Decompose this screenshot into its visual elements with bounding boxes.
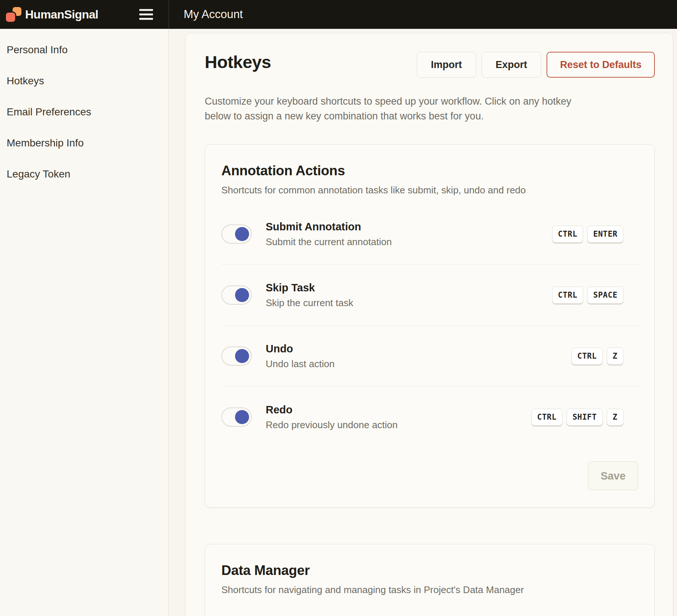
hotkey-description: Redo previously undone action: [266, 419, 398, 431]
hotkey-enabled-toggle[interactable]: [221, 346, 252, 366]
section-subtitle: Shortcuts for common annotation tasks li…: [221, 184, 638, 196]
main-content: Hotkeys Import Export Reset to Defaults …: [169, 29, 677, 616]
key-chip[interactable]: CTRL: [552, 226, 584, 243]
key-chip[interactable]: CTRL: [571, 348, 603, 365]
save-button[interactable]: Save: [588, 461, 638, 490]
hotkey-row: Redo Redo previously undone action CTRLS…: [221, 386, 638, 447]
page-header: Hotkeys Import Export Reset to Defaults: [205, 52, 655, 78]
hotkey-enabled-toggle[interactable]: [221, 285, 252, 305]
hotkey-text: Submit Annotation Submit the current ann…: [266, 220, 392, 248]
hotkeys-panel: Hotkeys Import Export Reset to Defaults …: [185, 33, 673, 616]
hotkey-row: Submit Annotation Submit the current ann…: [221, 204, 638, 264]
sidebar-item-membership-info[interactable]: Membership Info: [7, 137, 168, 149]
key-chip[interactable]: SHIFT: [567, 409, 603, 426]
save-row: Save: [221, 461, 638, 490]
toggle-knob: [235, 349, 249, 363]
hamburger-menu-icon[interactable]: [139, 9, 153, 20]
key-chip[interactable]: CTRL: [531, 409, 563, 426]
hotkey-text: Skip Task Skip the current task: [266, 281, 353, 309]
toggle-knob: [235, 288, 249, 302]
hotkey-description: Skip the current task: [266, 297, 353, 309]
hotkey-key-combo[interactable]: CTRLZ: [571, 348, 623, 365]
sidebar-item-email-preferences[interactable]: Email Preferences: [7, 106, 168, 118]
section-data-manager: Data Manager Shortcuts for navigating an…: [205, 544, 655, 616]
topbar: HumanSignal My Account: [0, 0, 677, 29]
topbar-page-title: My Account: [184, 8, 243, 21]
hotkey-title: Redo: [266, 403, 398, 416]
toggle-knob: [235, 410, 249, 424]
account-sidebar: Personal Info Hotkeys Email Preferences …: [0, 29, 169, 616]
brand-section: HumanSignal: [0, 0, 169, 29]
toolbar: Import Export Reset to Defaults: [417, 52, 655, 78]
reset-to-defaults-button[interactable]: Reset to Defaults: [547, 52, 655, 78]
humansignal-logo-icon[interactable]: [5, 6, 22, 23]
section-title: Data Manager: [221, 562, 638, 579]
export-button[interactable]: Export: [482, 52, 541, 78]
hotkey-title: Submit Annotation: [266, 220, 392, 233]
page-title: Hotkeys: [205, 52, 271, 72]
key-chip[interactable]: SPACE: [587, 287, 623, 304]
hotkey-row: Skip Task Skip the current task CTRLSPAC…: [221, 264, 638, 325]
key-chip[interactable]: Z: [607, 409, 623, 426]
key-chip[interactable]: ENTER: [587, 226, 623, 243]
section-subtitle: Shortcuts for navigating and managing ta…: [221, 583, 638, 596]
sidebar-item-hotkeys[interactable]: Hotkeys: [7, 75, 168, 87]
section-title: Annotation Actions: [221, 162, 638, 179]
sidebar-item-legacy-token[interactable]: Legacy Token: [7, 168, 168, 180]
hotkey-description: Undo last action: [266, 358, 334, 370]
toggle-knob: [235, 227, 249, 241]
hotkey-title: Skip Task: [266, 281, 353, 294]
import-button[interactable]: Import: [417, 52, 476, 78]
hotkey-key-combo[interactable]: CTRLSPACE: [552, 287, 623, 304]
topbar-divider: [169, 0, 169, 29]
hotkey-rows: Submit Annotation Submit the current ann…: [221, 204, 638, 447]
hotkey-key-combo[interactable]: CTRLSHIFTZ: [531, 409, 623, 426]
hotkey-title: Undo: [266, 342, 334, 355]
hotkey-text: Undo Undo last action: [266, 342, 334, 370]
key-chip[interactable]: Z: [607, 348, 623, 365]
hotkey-description: Submit the current annotation: [266, 236, 392, 248]
logo-square-coral: [6, 13, 15, 22]
hotkey-enabled-toggle[interactable]: [221, 407, 252, 427]
sidebar-item-personal-info[interactable]: Personal Info: [7, 44, 168, 56]
hotkey-key-combo[interactable]: CTRLENTER: [552, 226, 623, 243]
hotkey-text: Redo Redo previously undone action: [266, 403, 398, 431]
page-description: Customize your keyboard shortcuts to spe…: [205, 94, 655, 123]
brand-name[interactable]: HumanSignal: [25, 8, 98, 21]
key-chip[interactable]: CTRL: [552, 287, 584, 304]
section-annotation-actions: Annotation Actions Shortcuts for common …: [205, 144, 655, 508]
hotkey-row: Undo Undo last action CTRLZ: [221, 325, 638, 386]
hotkey-enabled-toggle[interactable]: [221, 224, 252, 244]
